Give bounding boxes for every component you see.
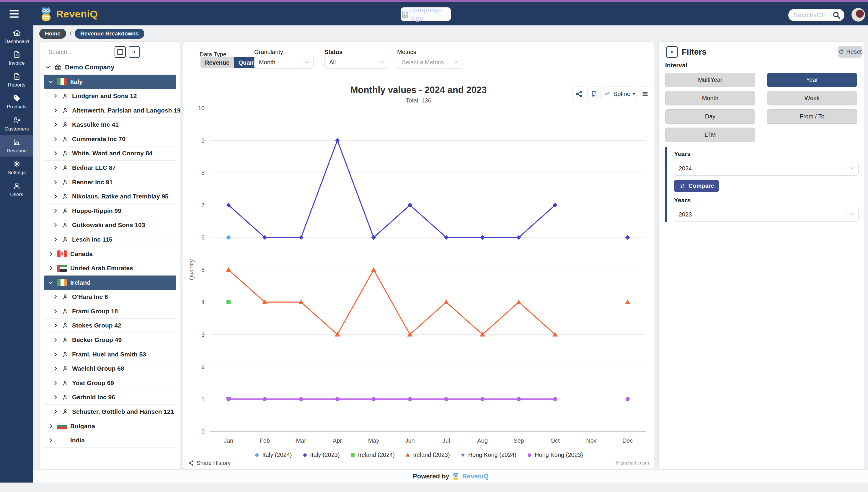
chevron-down-icon[interactable] — [48, 280, 54, 286]
tree-row-india[interactable]: India — [44, 433, 176, 448]
sidebar-item-reports[interactable]: Reports — [0, 69, 33, 91]
sidebar-item-products[interactable]: Products — [0, 91, 33, 113]
legend-item-ireland-2024-[interactable]: Ireland (2024) — [350, 451, 395, 458]
collapse-all-button[interactable] — [114, 46, 126, 58]
sidebar-item-dashboard[interactable]: Dashboard — [0, 25, 33, 47]
brand-logo[interactable]: ReveniQ — [39, 6, 98, 22]
tree-row-lindgren-and-sons-12[interactable]: Lindgren and Sons 12 — [44, 89, 176, 103]
legend-item-hong-kong-2024-[interactable]: Hong Kong (2024) — [460, 451, 516, 458]
legend-item-ireland-2023-[interactable]: Ireland (2023) — [405, 451, 450, 458]
share-history-button[interactable]: Share History — [188, 460, 231, 466]
sidebar-item-users[interactable]: Users — [0, 178, 33, 200]
chevron-right-icon[interactable] — [53, 122, 58, 128]
tree-row-lesch-inc-115[interactable]: Lesch Inc 115 — [44, 232, 176, 247]
tree-row-cummerata-inc-70[interactable]: Cummerata Inc 70 — [44, 132, 176, 146]
chevron-right-icon[interactable] — [53, 322, 58, 328]
chevron-right-icon[interactable] — [48, 423, 54, 429]
tree-row-gerhold-inc-96[interactable]: Gerhold Inc 96 — [44, 390, 176, 405]
chevron-right-icon[interactable] — [53, 351, 58, 357]
collapse-filters-button[interactable] — [666, 46, 678, 58]
legend-item-italy-2023-[interactable]: Italy (2023) — [302, 451, 340, 458]
chevron-right-icon[interactable] — [53, 237, 58, 243]
legend-item-hong-kong-2023-[interactable]: Hong Kong (2023) — [527, 451, 583, 458]
chevron-right-icon[interactable] — [53, 179, 58, 185]
reset-filters-button[interactable]: Reset — [838, 46, 862, 57]
tree-row-kassulke-inc-41[interactable]: Kassulke Inc 41 — [44, 118, 176, 132]
chevron-right-icon[interactable] — [53, 193, 58, 199]
tree-row-waelchi-group-68[interactable]: Waelchi Group 68 — [44, 362, 176, 376]
chevron-right-icon[interactable] — [53, 107, 58, 114]
granularity-select[interactable]: Month — [254, 56, 313, 69]
tree-row-o-hara-inc-6[interactable]: O'Hara Inc 6 — [44, 290, 176, 304]
tree-row-canada[interactable]: Canada — [44, 247, 176, 261]
year-primary-select[interactable]: 2024 — [674, 161, 859, 176]
chevron-right-icon[interactable] — [53, 308, 58, 314]
chevron-right-icon[interactable] — [53, 93, 58, 99]
chart-context-menu-button[interactable] — [638, 87, 652, 101]
tree-row-renner-inc-91[interactable]: Renner Inc 91 — [44, 175, 176, 190]
compare-button[interactable]: Compare — [674, 180, 719, 192]
tree-row-bednar-llc-87[interactable]: Bednar LLC 87 — [44, 161, 176, 175]
chevron-right-icon[interactable] — [48, 251, 54, 257]
metrics-select[interactable]: Select a Metrics — [397, 56, 462, 69]
interval-year-button[interactable]: Year — [767, 73, 857, 87]
chevron-right-icon[interactable] — [48, 437, 54, 443]
legend-item-italy-2024-[interactable]: Italy (2024) — [254, 451, 292, 458]
chevron-right-icon[interactable] — [53, 150, 58, 156]
chevron-right-icon[interactable] — [53, 409, 58, 415]
data-type-revenue-button[interactable]: Revenue — [201, 57, 234, 68]
chevron-right-icon[interactable] — [53, 394, 58, 400]
sidebar-item-invoice[interactable]: Invoice — [0, 47, 33, 69]
chevron-right-icon[interactable] — [53, 337, 58, 343]
chevron-right-icon[interactable] — [53, 366, 58, 371]
footer-brand-link[interactable]: ReveniQ — [462, 472, 489, 480]
interval-week-button[interactable]: Week — [767, 91, 857, 105]
tree-search-input[interactable] — [45, 46, 110, 58]
sidebar-item-customers[interactable]: Customers — [0, 113, 33, 135]
highcharts-credits[interactable]: Highcharts.com — [616, 460, 649, 466]
hamburger-menu-icon[interactable] — [8, 8, 21, 20]
interval-multiyear-button[interactable]: MultiYear — [665, 73, 755, 87]
year-secondary-select[interactable]: 2023 — [674, 207, 859, 222]
tree-row-altenwerth-parisian-and-langosh-19[interactable]: Altenwerth, Parisian and Langosh 19 — [44, 103, 176, 118]
tree-row-bulgaria[interactable]: Bulgaria — [44, 419, 176, 434]
collapse-panel-button[interactable] — [129, 46, 140, 58]
avatar[interactable] — [851, 8, 865, 22]
chevron-right-icon[interactable] — [53, 380, 58, 386]
tree-row-italy[interactable]: Italy — [44, 75, 176, 89]
tree-row-schuster-gottlieb-and-hansen-121[interactable]: Schuster, Gottlieb and Hansen 121 — [44, 404, 176, 419]
sidebar-item-revenue[interactable]: Revenue — [0, 135, 33, 156]
interval-ltm-button[interactable]: LTM — [665, 128, 755, 142]
status-select[interactable]: All — [325, 56, 388, 69]
tree-row-united-arab-emirates[interactable]: United Arab Emirates — [44, 261, 176, 275]
breadcrumb-home[interactable]: Home — [39, 29, 66, 39]
chevron-right-icon[interactable] — [53, 222, 58, 228]
tree-row-ireland[interactable]: Ireland — [44, 275, 176, 290]
tree-row-frami-huel-and-smith-53[interactable]: Frami, Huel and Smith 53 — [44, 347, 176, 362]
navbar-search[interactable]: Search (Ctrl + /) — [788, 9, 844, 21]
chevron-down-icon[interactable] — [48, 79, 54, 85]
chart-type-dropdown[interactable]: Spline ▾ — [602, 87, 637, 101]
bookmark-button[interactable] — [587, 87, 601, 101]
share-chart-button[interactable] — [572, 87, 586, 101]
tree-row-yost-group-69[interactable]: Yost Group 69 — [44, 376, 176, 390]
tree-row-becker-group-49[interactable]: Becker Group 49 — [44, 333, 176, 347]
chevron-right-icon[interactable] — [53, 165, 58, 171]
breadcrumb-current[interactable]: Revenue Breakdowns — [75, 29, 144, 39]
tree-row-stokes-group-42[interactable]: Stokes Group 42 — [44, 319, 176, 333]
search-icon[interactable] — [832, 10, 841, 20]
tree-row-hoppe-rippin-99[interactable]: Hoppe-Rippin 99 — [44, 204, 176, 218]
tree-row-frami-group-18[interactable]: Frami Group 18 — [44, 304, 176, 319]
interval-day-button[interactable]: Day — [665, 109, 755, 124]
chevron-down-icon[interactable] — [45, 65, 51, 70]
tree-row-gutkowski-and-sons-103[interactable]: Gutkowski and Sons 103 — [44, 218, 176, 233]
chevron-right-icon[interactable] — [48, 265, 54, 271]
chevron-right-icon[interactable] — [53, 294, 58, 300]
chevron-right-icon[interactable] — [53, 136, 58, 142]
sidebar-item-settings[interactable]: Settings — [0, 156, 33, 178]
chevron-right-icon[interactable] — [53, 208, 58, 214]
interval-month-button[interactable]: Month — [665, 91, 755, 105]
tree-row-nikolaus-ratke-and-tremblay-95[interactable]: Nikolaus, Ratke and Tremblay 95 — [44, 189, 176, 204]
interval-from-to-button[interactable]: From / To — [767, 109, 857, 124]
tree-row-white-ward-and-conroy-84[interactable]: White, Ward and Conroy 84 — [44, 146, 176, 161]
